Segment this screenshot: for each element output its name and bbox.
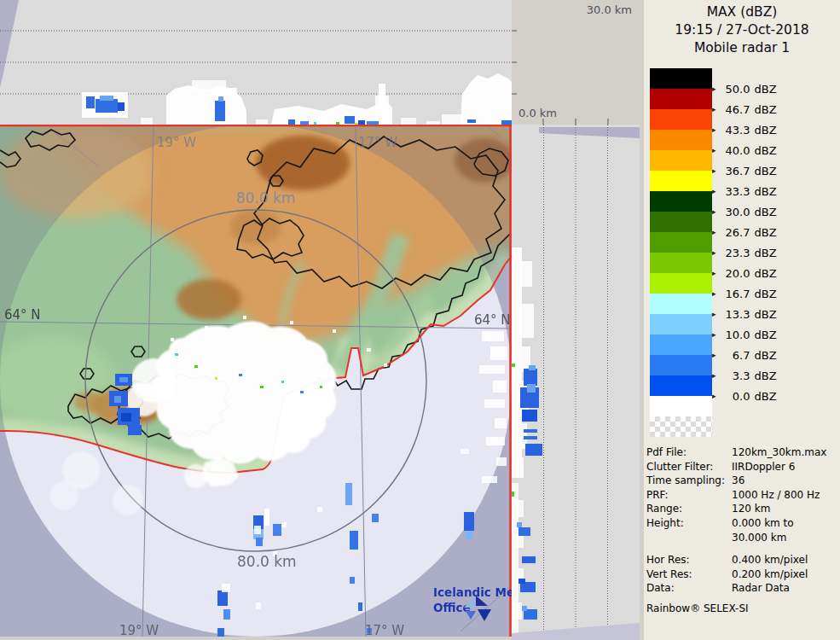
tick-value: 6.7 bbox=[719, 349, 750, 362]
tick-value: 43.3 bbox=[719, 124, 750, 137]
tick-arrow-icon: ▸ bbox=[712, 248, 716, 257]
lon17-label-bottom: 17° W bbox=[365, 623, 404, 637]
scale-tick: ▸46.7dBZ bbox=[712, 102, 777, 116]
tick-unit: dBZ bbox=[755, 329, 777, 341]
metadata-label: Vert Res: bbox=[646, 567, 692, 582]
tick-value: 10.0 bbox=[719, 329, 750, 341]
scale-tick: ▸3.3dBZ bbox=[712, 369, 777, 382]
tick-unit: dBZ bbox=[755, 144, 777, 157]
metadata-label: PRF: bbox=[646, 488, 669, 503]
map-canvas[interactable]: 80.0 km 80.0 km 64° N 64° N 19° W 17° W … bbox=[0, 125, 512, 637]
metadata-row: Data:Radar Data bbox=[646, 581, 837, 596]
scale-tick: ▸36.7dBZ bbox=[712, 164, 777, 177]
scale-band bbox=[650, 253, 712, 273]
tick-arrow-icon: ▸ bbox=[712, 146, 716, 154]
scale-band bbox=[650, 314, 712, 335]
tick-arrow-icon: ▸ bbox=[712, 330, 716, 339]
scale-tick: ▸13.3dBZ bbox=[712, 307, 777, 321]
radar-app-window: 30.0 km 0.0 km bbox=[0, 0, 840, 640]
beam-cone-edge bbox=[539, 127, 640, 138]
lat-label-left: 64° N bbox=[4, 307, 41, 323]
lat-label-right: 64° N bbox=[474, 312, 511, 328]
metadata-value: 120km_30km.max bbox=[732, 445, 826, 460]
imo-logo-text-line1: Icelandic Met bbox=[433, 585, 512, 599]
right-height-panel-canvas bbox=[512, 125, 640, 640]
scale-tick: ▸26.7dBZ bbox=[712, 225, 777, 239]
tick-unit: dBZ bbox=[755, 165, 777, 177]
metadata-label: Pdf File: bbox=[646, 445, 686, 460]
tick-unit: dBZ bbox=[755, 103, 777, 116]
product-datetime: 19:15 / 27-Oct-2018 bbox=[644, 21, 840, 39]
tick-value: 30.0 bbox=[719, 206, 750, 218]
corner-axis-panel: 30.0 km 0.0 km bbox=[512, 0, 644, 125]
metadata-row: PRF:1000 Hz / 800 Hz bbox=[646, 488, 837, 503]
tick-arrow-icon: ▸ bbox=[712, 228, 716, 236]
tick-unit: dBZ bbox=[755, 124, 777, 137]
scale-band bbox=[650, 150, 712, 171]
tick-unit: dBZ bbox=[755, 185, 777, 198]
metadata-value: 0.000 km to 30.000 km bbox=[732, 516, 794, 544]
scale-tick: ▸20.0dBZ bbox=[712, 266, 777, 280]
dbz-scale-labels: ▸50.0dBZ▸46.7dBZ▸43.3dBZ▸40.0dBZ▸36.7dBZ… bbox=[712, 68, 840, 444]
scale-tick: ▸43.3dBZ bbox=[712, 123, 777, 137]
metadata-value: 120 km bbox=[732, 502, 770, 516]
scale-band bbox=[650, 191, 712, 212]
metadata-label: Range: bbox=[646, 502, 682, 516]
scale-tick: ▸16.7dBZ bbox=[712, 287, 777, 300]
sidebar-header: MAX (dBZ) 19:15 / 27-Oct-2018 Mobile rad… bbox=[644, 3, 840, 57]
radar-map-panel: 80.0 km 80.0 km 64° N 64° N 19° W 17° W … bbox=[0, 125, 512, 637]
tick-unit: dBZ bbox=[755, 369, 777, 382]
scale-band bbox=[650, 212, 712, 232]
height-axis-max-label: 30.0 km bbox=[587, 3, 632, 16]
metadata-value: IIRDoppler 6 bbox=[732, 460, 795, 474]
tick-unit: dBZ bbox=[755, 288, 777, 300]
scale-tick: ▸6.7dBZ bbox=[712, 348, 777, 362]
top-height-panel bbox=[0, 0, 512, 125]
tick-arrow-icon: ▸ bbox=[712, 125, 716, 134]
product-metadata: Pdf File:120km_30km.maxClutter Filter:II… bbox=[646, 445, 837, 615]
dbz-color-scale bbox=[650, 68, 712, 437]
tick-arrow-icon: ▸ bbox=[712, 371, 716, 380]
lon19-label-bottom: 19° W bbox=[119, 623, 159, 637]
range-ring-label-bottom: 80.0 km bbox=[237, 553, 297, 570]
scale-band bbox=[650, 375, 712, 396]
tick-unit: dBZ bbox=[755, 226, 777, 239]
tick-value: 0.0 bbox=[719, 390, 750, 403]
height-axis-min-label: 0.0 km bbox=[518, 107, 557, 119]
panel-bottom-edge bbox=[512, 623, 640, 640]
scale-band bbox=[650, 335, 712, 355]
scale-band bbox=[650, 89, 712, 109]
tick-value: 13.3 bbox=[719, 308, 750, 321]
tick-value: 23.3 bbox=[719, 247, 750, 259]
metadata-row: Time sampling:36 bbox=[646, 474, 837, 488]
scale-tick: ▸50.0dBZ bbox=[712, 82, 777, 96]
tick-value: 46.7 bbox=[719, 103, 750, 116]
tick-arrow-icon: ▸ bbox=[712, 166, 716, 175]
scale-tick: ▸40.0dBZ bbox=[712, 143, 777, 157]
scale-tick: ▸10.0dBZ bbox=[712, 328, 777, 341]
tick-unit: dBZ bbox=[755, 247, 777, 259]
scale-tick: ▸0.0dBZ bbox=[712, 389, 777, 403]
scale-band bbox=[650, 109, 712, 130]
tick-unit: dBZ bbox=[755, 390, 777, 403]
scale-band bbox=[650, 171, 712, 191]
metadata-label: Height: bbox=[646, 516, 684, 531]
scale-band bbox=[650, 294, 712, 314]
tick-unit: dBZ bbox=[755, 206, 777, 218]
metadata-row: Height:0.000 km to 30.000 km bbox=[646, 516, 837, 544]
scale-band bbox=[650, 232, 712, 253]
tick-value: 33.3 bbox=[719, 185, 750, 198]
metadata-row: Clutter Filter:IIRDoppler 6 bbox=[646, 460, 837, 474]
metadata-row: Range:120 km bbox=[646, 502, 837, 516]
scale-band bbox=[650, 68, 712, 89]
metadata-label: Data: bbox=[646, 581, 675, 596]
scale-tick: ▸33.3dBZ bbox=[712, 184, 777, 198]
scale-tick: ▸23.3dBZ bbox=[712, 246, 777, 259]
scale-band bbox=[650, 130, 712, 150]
product-title: MAX (dBZ) bbox=[644, 3, 840, 21]
tick-arrow-icon: ▸ bbox=[712, 351, 716, 359]
tick-arrow-icon: ▸ bbox=[712, 105, 716, 113]
tick-value: 16.7 bbox=[719, 288, 750, 300]
scale-band bbox=[650, 355, 712, 375]
metadata-value: Radar Data bbox=[732, 581, 790, 596]
